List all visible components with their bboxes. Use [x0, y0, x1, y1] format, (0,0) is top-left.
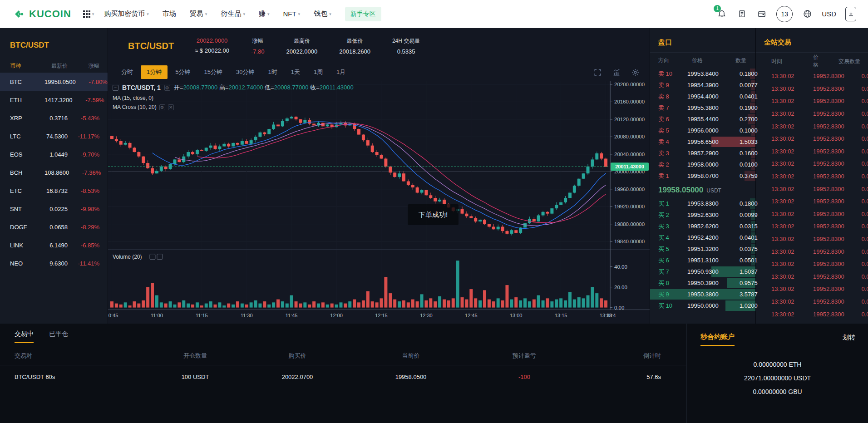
- download-app-button[interactable]: [845, 7, 856, 21]
- trade-row: 13:30:0219952.83000.005043: [756, 283, 868, 295]
- stat-value: -7.80: [251, 48, 265, 55]
- balance-line: 0.00000000 GBU: [687, 385, 868, 398]
- trade-row: 13:30:0219952.83000.005043: [756, 308, 868, 320]
- nav-item-购买加密货币[interactable]: 购买加密货币▾: [104, 10, 149, 18]
- nav-item-beginner-zone[interactable]: 新手专区: [345, 7, 381, 21]
- chart-canvas[interactable]: 20200.0000020160.0000020120.0000020080.0…: [108, 81, 650, 324]
- orderbook-direction: 买 10: [658, 302, 687, 310]
- orderbook-price: 19958.0700: [687, 172, 719, 179]
- coin-row-BTC[interactable]: BTC19958.0500-7.80%: [0, 73, 108, 91]
- orders-button[interactable]: [736, 9, 747, 20]
- timeframe-15分钟[interactable]: 15分钟: [198, 65, 228, 79]
- ohlc-value: 20008.77000: [183, 84, 217, 91]
- tab-已平仓[interactable]: 已平仓: [49, 330, 68, 342]
- orderbook-row[interactable]: 买 719950.93001.5037: [650, 266, 755, 277]
- orderbook-row[interactable]: 卖 219958.00000.0100: [650, 159, 755, 170]
- nav-item-贸易[interactable]: 贸易▾: [190, 10, 207, 18]
- orderbook-amount: 0.0099: [719, 212, 758, 218]
- trade-price: 19952.8300: [813, 160, 844, 167]
- chart-settings-gear-icon[interactable]: [631, 68, 640, 77]
- trade-price: 19952.8300: [813, 186, 844, 192]
- coin-row-LINK[interactable]: LINK6.1490-6.85%: [0, 236, 108, 254]
- timeframe-1时[interactable]: 1时: [262, 65, 283, 79]
- orderbook-direction: 卖 7: [658, 104, 687, 112]
- kucoin-logo-icon: [14, 8, 25, 20]
- orderbook-row[interactable]: 买 819950.39000.9575: [650, 277, 755, 289]
- vip-level-badge[interactable]: 13: [776, 6, 793, 22]
- chevron-down-icon: ▾: [205, 12, 207, 16]
- orderbook-price: 19950.0000: [687, 302, 719, 309]
- kucoin-logo[interactable]: KUCOIN: [14, 8, 71, 20]
- apps-grid-icon[interactable]: [83, 10, 90, 18]
- nav-item-钱包[interactable]: 钱包▾: [314, 10, 331, 18]
- coin-row-NEO[interactable]: NEO9.6300-11.41%: [0, 254, 108, 272]
- nav-item-市场[interactable]: 市场: [163, 10, 176, 18]
- indicator-close-icon[interactable]: ✕: [168, 104, 174, 110]
- svg-text:12:45: 12:45: [465, 313, 477, 318]
- timeframe-30分钟[interactable]: 30分钟: [230, 65, 260, 79]
- chart-section: BTC/USDT 20022.0000 ≈ $ 20022.00 涨幅-7.80…: [108, 28, 650, 324]
- orderbook-row[interactable]: 买 1019950.00001.0200: [650, 300, 755, 311]
- position-row[interactable]: BTC/USDT 60s 100 USDT 20022.0700 19958.0…: [0, 365, 686, 388]
- trade-amount: 0.005043: [844, 160, 868, 167]
- globe-icon: [803, 9, 812, 19]
- currency-selector[interactable]: USD: [822, 10, 836, 18]
- timeframe-1分钟[interactable]: 1分钟: [141, 65, 168, 79]
- orderbook-row[interactable]: 卖 819954.40000.0401: [650, 91, 755, 102]
- transfer-link[interactable]: 划转: [843, 334, 855, 342]
- orderbook-amount: 0.1900: [719, 104, 758, 111]
- fullscreen-icon[interactable]: [593, 68, 602, 77]
- orderbook-row[interactable]: 卖 719955.38000.1900: [650, 102, 755, 113]
- coin-row-BCH[interactable]: BCH108.8600-7.36%: [0, 163, 108, 182]
- nav-item-赚[interactable]: 赚▾: [259, 10, 270, 18]
- coin-row-ETH[interactable]: ETH1417.3200-7.59%: [0, 91, 108, 109]
- orderbook-row[interactable]: 卖 419956.65001.5033: [650, 136, 755, 148]
- svg-text:11:30: 11:30: [241, 313, 253, 318]
- chart-style-icon[interactable]: [612, 68, 621, 77]
- orderbook-price: 19951.3200: [687, 246, 719, 252]
- indicator-gear-icon[interactable]: ⚙: [159, 104, 165, 110]
- timeframe-1周[interactable]: 1周: [308, 65, 329, 79]
- trade-price: 19952.8300: [813, 273, 844, 280]
- svg-text:20.00: 20.00: [614, 285, 627, 290]
- timeframe-分时[interactable]: 分时: [115, 65, 139, 79]
- wallet-button[interactable]: [756, 9, 767, 20]
- svg-text:19960.00000: 19960.00000: [614, 187, 645, 192]
- orderbook-row[interactable]: 买 219952.63000.0099: [650, 209, 755, 221]
- timeframe-5分钟[interactable]: 5分钟: [169, 65, 196, 79]
- notifications-button[interactable]: 1: [716, 9, 727, 20]
- orderbook-row[interactable]: 卖 619955.44000.2700: [650, 113, 755, 125]
- orderbook-row[interactable]: 卖 319957.29000.1600: [650, 148, 755, 159]
- coin-row-LTC[interactable]: LTC74.5300-11.17%: [0, 127, 108, 145]
- tab-交易中[interactable]: 交易中: [15, 330, 34, 343]
- coin-row-DOGE[interactable]: DOGE0.0658-8.29%: [0, 218, 108, 236]
- orderbook-row[interactable]: 买 519951.32000.0375: [650, 243, 755, 255]
- orderbook-row[interactable]: 买 919950.38003.5787: [650, 289, 755, 300]
- orderbook-row[interactable]: 卖 119958.07000.3759: [650, 170, 755, 182]
- coin-row-ETC[interactable]: ETC16.8732-8.53%: [0, 182, 108, 200]
- timeframe-1天[interactable]: 1天: [285, 65, 306, 79]
- all-trades-title: 全站交易: [756, 28, 868, 53]
- orderbook-row[interactable]: 买 319952.62000.0315: [650, 221, 755, 232]
- language-button[interactable]: [802, 9, 813, 20]
- nav-item-NFT[interactable]: NFT▾: [283, 10, 300, 18]
- orderbook-row[interactable]: 买 619951.31000.0501: [650, 255, 755, 266]
- timeframe-1月[interactable]: 1月: [330, 65, 351, 79]
- collapse-icon[interactable]: −: [113, 85, 118, 91]
- coin-row-EOS[interactable]: EOS1.0449-9.70%: [0, 145, 108, 163]
- orderbook-direction: 买 8: [658, 279, 687, 287]
- coin-row-XRP[interactable]: XRP0.3716-5.43%: [0, 109, 108, 127]
- orderbook-panel: 盘口 方向 价格 数量 卖 1019953.84000.1800卖 919954…: [650, 28, 756, 324]
- orderbook-row[interactable]: 卖 519956.00000.1000: [650, 125, 755, 136]
- coin-row-SNT[interactable]: SNT0.0225-9.98%: [0, 200, 108, 218]
- orderbook-row[interactable]: 卖 1019953.84000.1800: [650, 68, 755, 79]
- nav-item-衍生品[interactable]: 衍生品▾: [221, 10, 245, 18]
- positions-col: 预计盈亏: [468, 352, 581, 360]
- orderbook-row[interactable]: 买 119953.83000.1800: [650, 198, 755, 209]
- ohlc-key: 高=: [217, 84, 228, 91]
- legend-gear-icon[interactable]: ⚙: [164, 85, 170, 91]
- orderbook-price: 19950.9300: [687, 268, 719, 275]
- orderbook-direction: 买 5: [658, 245, 687, 253]
- orderbook-row[interactable]: 卖 919954.39000.0077: [650, 79, 755, 91]
- orderbook-row[interactable]: 买 419952.42000.0401: [650, 232, 755, 243]
